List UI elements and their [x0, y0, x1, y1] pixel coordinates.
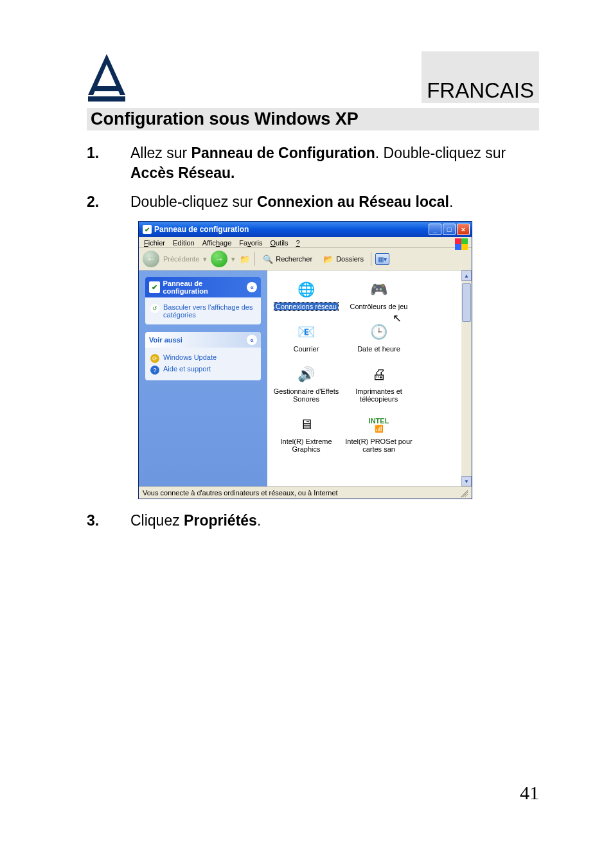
views-button[interactable]: ▦▾ [375, 253, 389, 265]
instruction-list: 3. Cliquez Propriétés. [87, 511, 539, 531]
sidebar-panel-control: ✔ Panneau de configuration « ↺ Basculer … [145, 277, 261, 324]
gamepad-icon: 🎮 [369, 279, 389, 300]
item-intel-proset[interactable]: INTEL📶 Intel(R) PROSet pour cartes san [345, 414, 413, 453]
step-2: 2. Double-cliquez sur Connexion au Résea… [87, 192, 539, 212]
windows-flag-icon [455, 238, 468, 250]
panel-header[interactable]: ✔ Panneau de configuration « [145, 277, 261, 297]
window-titlebar[interactable]: ✔ Panneau de configuration _ □ × [139, 222, 472, 237]
item-network-connections[interactable]: 🌐 Connexions réseau [272, 279, 340, 310]
collapse-icon[interactable]: « [247, 282, 257, 292]
cursor-icon: ↖ [393, 312, 402, 325]
network-card-icon: INTEL📶 [369, 414, 389, 435]
close-button[interactable]: × [457, 224, 470, 235]
item-date-time[interactable]: 🕒 Date et heure [345, 322, 413, 353]
step-number: 1. [87, 143, 130, 183]
menu-view[interactable]: Affichage [202, 239, 232, 247]
switch-category-view-link[interactable]: ↺ Basculer vers l'affichage des catégori… [150, 303, 256, 319]
sound-icon: 🔊 [296, 364, 317, 385]
window-body: ✔ Panneau de configuration « ↺ Basculer … [139, 270, 472, 486]
svg-rect-0 [94, 86, 119, 91]
item-printers-fax[interactable]: 🖨 Imprimantes et télécopieurs [345, 364, 413, 403]
minimize-button[interactable]: _ [429, 224, 441, 235]
windows-update-link[interactable]: ⟳ Windows Update [150, 353, 256, 363]
folders-button[interactable]: 📂 Dossiers [319, 251, 367, 267]
sidebar: ✔ Panneau de configuration « ↺ Basculer … [139, 270, 267, 486]
toolbar: ← Précédente ▾ → ▾ 📁 🔍 Rechercher 📂 Doss… [139, 248, 472, 270]
item-game-controllers[interactable]: 🎮 Contrôleurs de jeu [345, 279, 413, 310]
separator [371, 252, 371, 266]
search-button[interactable]: 🔍 Rechercher [259, 251, 315, 267]
update-icon: ⟳ [150, 354, 159, 363]
network-icon: 🌐 [296, 279, 317, 300]
display-icon: 🖥 [296, 414, 317, 435]
content-area: 🌐 Connexions réseau 🎮 Contrôleurs de jeu… [267, 270, 472, 486]
printer-icon: 🖨 [369, 364, 389, 385]
language-label: FRANCAIS [422, 51, 539, 103]
search-icon: 🔍 [262, 253, 274, 265]
help-icon: ? [150, 366, 159, 375]
status-bar: Vous connecte à d'autres ordinateurs et … [139, 486, 472, 499]
switch-view-icon: ↺ [150, 304, 159, 313]
menu-file[interactable]: Fichier [144, 239, 165, 247]
window-title: Panneau de configuration [154, 225, 249, 234]
vertical-scrollbar[interactable]: ▲ ▼ [461, 270, 472, 486]
dropdown-arrow-icon[interactable]: ▾ [231, 255, 235, 263]
mail-icon: 📧 [296, 322, 317, 342]
language-text: FRANCAIS [427, 78, 534, 103]
item-sound-effects[interactable]: 🔊 Gestionnaire d'Effets Sonores [272, 364, 340, 403]
instruction-list: 1. Allez sur Panneau de Configuration. D… [87, 143, 539, 212]
step-body: Cliquez Propriétés. [130, 511, 539, 531]
sidebar-panel-seealso: Voir aussi « ⟳ Windows Update ? Aide et … [145, 332, 261, 380]
separator [254, 252, 255, 266]
step-body: Allez sur Panneau de Configuration. Doub… [130, 143, 539, 183]
control-panel-icon: ✔ [143, 225, 152, 234]
item-intel-graphics[interactable]: 🖥 Intel(R) Extreme Graphics [272, 414, 340, 453]
clock-icon: 🕒 [369, 322, 389, 342]
status-text: Vous connecte à d'autres ordinateurs et … [143, 489, 338, 497]
maximize-button[interactable]: □ [443, 224, 456, 235]
control-panel-icon: ✔ [149, 281, 160, 293]
step-number: 2. [87, 192, 130, 212]
scroll-thumb[interactable] [462, 283, 471, 322]
forward-button[interactable]: → [211, 251, 227, 267]
xp-window: ✔ Panneau de configuration _ □ × Fichier… [138, 221, 472, 499]
panel-header[interactable]: Voir aussi « [145, 332, 261, 348]
menu-favorites[interactable]: Favoris [239, 239, 262, 247]
svg-rect-1 [88, 96, 125, 102]
resize-grip-icon[interactable] [459, 488, 468, 497]
folder-icon: 📂 [323, 253, 334, 265]
step-body: Double-cliquez sur Connexion au Réseau l… [130, 192, 539, 212]
dropdown-arrow-icon[interactable]: ▾ [203, 255, 207, 263]
collapse-icon[interactable]: « [247, 335, 257, 345]
document-header: FRANCAIS [87, 51, 539, 103]
up-folder-button[interactable]: 📁 [239, 253, 251, 265]
help-support-link[interactable]: ? Aide et support [150, 365, 256, 375]
page-number: 41 [520, 782, 539, 804]
menu-edit[interactable]: Edition [173, 239, 195, 247]
back-button[interactable]: ← [143, 251, 159, 267]
back-label: Précédente [163, 255, 199, 263]
scroll-up-button[interactable]: ▲ [461, 270, 472, 281]
menu-tools[interactable]: Outils [270, 239, 288, 247]
item-mail[interactable]: 📧 Courrier [272, 322, 340, 353]
brand-logo [87, 51, 127, 103]
step-1: 1. Allez sur Panneau de Configuration. D… [87, 143, 539, 183]
section-title: Configuration sous Windows XP [87, 108, 539, 130]
step-number: 3. [87, 511, 130, 531]
scroll-down-button[interactable]: ▼ [461, 476, 472, 486]
step-3: 3. Cliquez Propriétés. [87, 511, 539, 531]
control-panel-items: 🌐 Connexions réseau 🎮 Contrôleurs de jeu… [272, 279, 466, 453]
menu-bar: Fichier Edition Affichage Favoris Outils… [139, 237, 472, 248]
menu-help[interactable]: ? [296, 239, 300, 247]
